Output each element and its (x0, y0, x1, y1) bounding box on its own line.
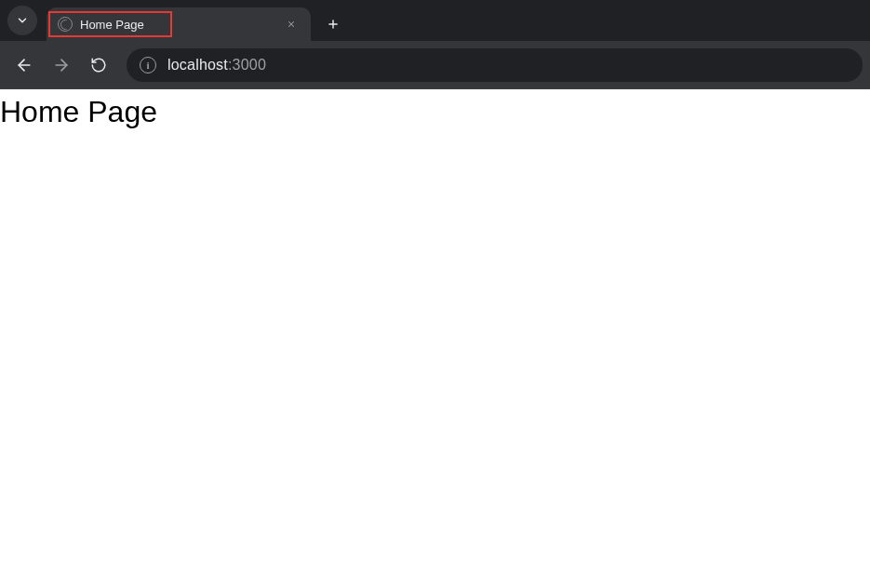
tab-title: Home Page (80, 18, 275, 32)
address-bar[interactable]: i localhost:3000 (127, 48, 863, 82)
browser-toolbar: i localhost:3000 (0, 41, 870, 89)
new-tab-button[interactable] (320, 11, 346, 37)
reload-button[interactable] (82, 48, 115, 82)
arrow-right-icon (52, 56, 71, 74)
page-heading: Home Page (0, 95, 870, 129)
forward-button[interactable] (45, 48, 78, 82)
close-icon (287, 20, 296, 29)
plus-icon (327, 18, 340, 31)
tab-strip: Home Page (0, 0, 870, 41)
page-viewport: Home Page (0, 89, 870, 588)
window-dropdown-button[interactable] (7, 6, 37, 35)
globe-icon (58, 17, 73, 32)
tab-close-button[interactable] (283, 16, 300, 33)
url-host: localhost (167, 57, 228, 73)
chevron-down-icon (16, 14, 29, 27)
arrow-left-icon (15, 56, 33, 74)
url-port: :3000 (228, 57, 266, 73)
browser-tab[interactable]: Home Page (47, 7, 311, 41)
back-button[interactable] (7, 48, 41, 82)
site-info-icon[interactable]: i (140, 57, 156, 74)
url-text: localhost:3000 (167, 57, 266, 74)
reload-icon (90, 57, 107, 74)
